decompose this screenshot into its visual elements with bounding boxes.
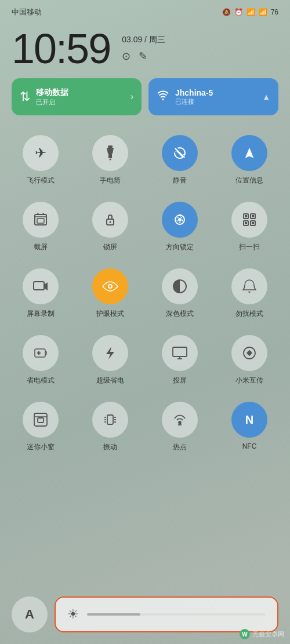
screenrecord-label: 屏幕录制 — [27, 309, 55, 319]
font-size-icon: A — [25, 607, 34, 622]
svg-rect-18 — [245, 222, 247, 224]
svg-rect-19 — [252, 222, 254, 224]
mobile-data-icon: ⇅ — [20, 89, 30, 104]
cast-label: 投屏 — [173, 376, 187, 385]
powersave-circle — [23, 335, 59, 371]
scan-label: 扫一扫 — [239, 242, 260, 252]
darkmode-circle — [162, 268, 198, 304]
location-control[interactable]: 位置信息 — [215, 127, 284, 194]
powersave-control[interactable]: 省电模式 — [6, 327, 75, 394]
wifi-icon — [157, 89, 169, 104]
wifi-status-icon: 📶 — [259, 8, 267, 16]
clock-date: 03.09 / 周三 — [122, 35, 165, 45]
svg-rect-26 — [173, 347, 187, 356]
hotspot-label: 热点 — [173, 442, 187, 452]
flashlight-control[interactable]: 手电筒 — [75, 127, 145, 194]
location-label: 位置信息 — [235, 176, 263, 185]
quick-toggles-row: ⇅ 移动数据 已开启 › Jhchina-5 已连接 ▲ — [0, 78, 290, 127]
hotspot-circle — [162, 402, 198, 438]
clock-icons: ⊙ ✎ — [122, 50, 165, 63]
scan-control[interactable]: 扫一扫 — [215, 194, 284, 260]
watermark: W 无极安卓网 — [240, 629, 284, 639]
clock-date-area: 03.09 / 周三 ⊙ ✎ — [122, 35, 165, 63]
eyeprotect-circle — [92, 268, 128, 304]
brightness-slider[interactable] — [87, 613, 266, 616]
vibrate-control[interactable]: 振动 — [75, 394, 145, 460]
wifi-arrow: ▲ — [262, 92, 270, 101]
lockscreen-control[interactable]: 锁屏 — [75, 194, 145, 260]
controls-grid: ✈ 飞行模式 手电筒 静音 位置信息 — [0, 127, 290, 460]
rotation-control[interactable]: 方向锁定 — [145, 194, 215, 260]
watermark-logo: W — [240, 629, 250, 639]
status-bar: 中国移动 🔕 ⏰ 📶 📶 76 — [0, 0, 290, 22]
font-size-button[interactable]: A — [12, 596, 48, 632]
darkmode-control[interactable]: 深色模式 — [145, 260, 215, 327]
brightness-fill — [87, 613, 140, 616]
battery-label: 76 — [271, 8, 278, 16]
brightness-control[interactable]: ☀ — [55, 596, 278, 632]
mitu-label: 小米互传 — [235, 376, 263, 385]
svg-rect-0 — [108, 145, 113, 148]
wifi-status: 已连接 — [175, 97, 213, 106]
miniwindow-control[interactable]: 迷你小窗 — [6, 394, 75, 460]
nfc-circle: N — [231, 402, 267, 438]
mute-icon: 🔕 — [222, 8, 231, 16]
dnd-circle — [231, 268, 267, 304]
vibrate-label: 振动 — [103, 442, 117, 452]
nfc-label: NFC — [242, 442, 257, 450]
superpowersave-label: 超级省电 — [96, 376, 124, 385]
darkmode-label: 深色模式 — [166, 309, 194, 319]
silent-label: 静音 — [173, 176, 187, 185]
svg-point-8 — [110, 221, 111, 223]
superpowersave-circle — [92, 335, 128, 371]
dnd-label: 勿扰模式 — [235, 309, 263, 319]
screenshot-label: 截屏 — [34, 242, 48, 252]
alarm-icon: ⏰ — [234, 8, 243, 16]
mitu-control[interactable]: 小米互传 — [215, 327, 284, 394]
flashlight-label: 手电筒 — [100, 176, 121, 185]
mobile-data-status: 已开启 — [36, 98, 68, 107]
svg-rect-20 — [34, 282, 44, 290]
svg-rect-4 — [37, 219, 44, 223]
screenshot-circle — [23, 202, 59, 238]
rotation-label: 方向锁定 — [166, 242, 194, 252]
wifi-name: Jhchina-5 — [175, 88, 213, 97]
nfc-control[interactable]: N NFC — [215, 394, 284, 460]
screenrecord-circle — [23, 268, 59, 304]
camera-icon[interactable]: ⊙ — [122, 50, 130, 63]
lockscreen-label: 锁屏 — [103, 242, 117, 252]
miniwindow-circle — [23, 402, 59, 438]
svg-point-30 — [248, 351, 251, 355]
screenshot-control[interactable]: 截屏 — [6, 194, 75, 260]
mobile-data-title: 移动数据 — [36, 88, 68, 98]
svg-rect-32 — [38, 418, 44, 423]
silent-control[interactable]: 静音 — [145, 127, 215, 194]
airplane-mode-label: 飞行模式 — [27, 176, 55, 185]
svg-rect-16 — [245, 215, 247, 217]
svg-point-22 — [109, 285, 111, 288]
location-circle — [231, 135, 267, 171]
clock-time: 10:59 — [12, 28, 110, 70]
hotspot-control[interactable]: 热点 — [145, 394, 215, 460]
svg-rect-33 — [107, 415, 113, 424]
dnd-control[interactable]: 勿扰模式 — [215, 260, 284, 327]
eyeprotect-control[interactable]: 护眼模式 — [75, 260, 145, 327]
edit-icon[interactable]: ✎ — [139, 50, 147, 63]
cast-control[interactable]: 投屏 — [145, 327, 215, 394]
svg-point-10 — [178, 218, 182, 221]
lockscreen-circle — [92, 202, 128, 238]
powersave-label: 省电模式 — [27, 376, 55, 385]
svg-point-2 — [110, 159, 111, 161]
carrier-label: 中国移动 — [12, 7, 42, 17]
airplane-mode-control[interactable]: ✈ 飞行模式 — [6, 127, 75, 194]
svg-rect-17 — [252, 215, 254, 217]
rotation-circle — [162, 202, 198, 238]
superpowersave-control[interactable]: 超级省电 — [75, 327, 145, 394]
mobile-data-toggle[interactable]: ⇅ 移动数据 已开启 › — [12, 78, 142, 115]
cast-circle — [162, 335, 198, 371]
vibrate-circle — [92, 402, 128, 438]
wifi-toggle[interactable]: Jhchina-5 已连接 ▲ — [148, 78, 278, 115]
status-icons: 🔕 ⏰ 📶 📶 76 — [222, 8, 278, 16]
mobile-data-arrow: › — [130, 92, 133, 102]
screenrecord-control[interactable]: 屏幕录制 — [6, 260, 75, 327]
